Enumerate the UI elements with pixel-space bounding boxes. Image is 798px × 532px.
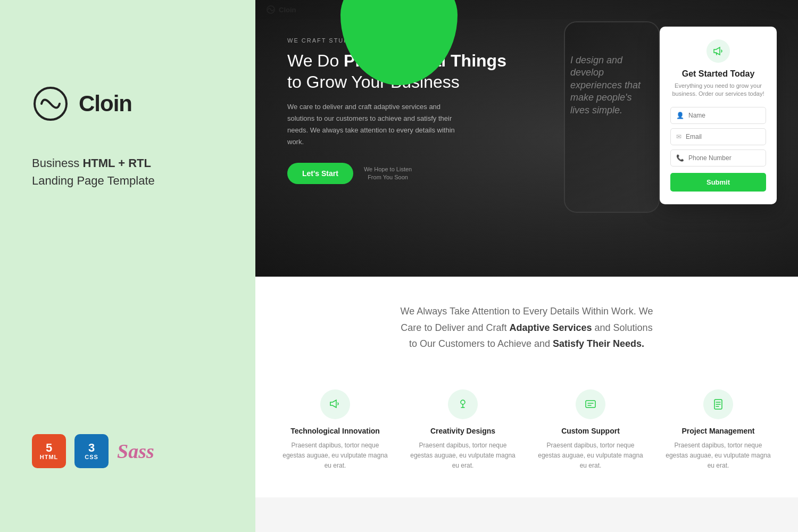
innovation-icon (329, 398, 342, 411)
tech-badges: 5 HTML 3 CSS Sass (32, 434, 223, 468)
tagline-line2: Landing Page Template (32, 174, 155, 187)
form-card-subtitle: Everything you need to grow your busines… (670, 82, 766, 98)
tagline: Business HTML + RTL Landing Page Templat… (32, 154, 223, 189)
service-title-0: Technological Innovation (282, 427, 388, 435)
tagline-normal: Business (32, 156, 82, 170)
center-tagline-bold1: Adaptive Services (509, 322, 592, 333)
hero-title-normal: We Do (287, 51, 344, 70)
service-item-project: Project Management Praesent dapibus, tor… (660, 384, 777, 477)
service-title-1: Creativity Designs (410, 427, 516, 435)
lets-start-button[interactable]: Let's Start (287, 163, 353, 184)
service-body-1: Praesent dapibus, tortor neque egestas a… (410, 440, 516, 471)
get-started-form-card: Get Started Today Everything you need to… (660, 27, 777, 204)
megaphone-icon (712, 45, 724, 57)
phone-input[interactable] (688, 154, 760, 162)
html-number: 5 (46, 442, 52, 454)
services-grid: Technological Innovation Praesent dapibu… (266, 384, 787, 477)
cta-sub-line2: From You Soon (368, 174, 408, 180)
support-icon (584, 398, 597, 411)
hero-cta-row: Let's Start We Hope to Listen From You S… (287, 163, 506, 184)
white-section: We Always Take Attention to Every Detail… (255, 277, 798, 373)
browser-panel: Cloin I design and develop experiences t… (255, 0, 798, 532)
css-number: 3 (88, 442, 95, 454)
phone-field-wrapper[interactable]: 📞 (670, 149, 766, 167)
tagline-bold: HTML + RTL (82, 156, 151, 170)
cta-subtext: We Hope to Listen From You Soon (364, 165, 412, 182)
creativity-icon-circle (448, 389, 478, 419)
service-body-0: Praesent dapibus, tortor neque egestas a… (282, 440, 388, 471)
project-icon-circle (703, 389, 733, 419)
phone-mockup: I design and develop experiences that ma… (564, 21, 660, 213)
phone-screen-text: I design and develop experiences that ma… (570, 54, 653, 117)
cloin-logo-icon (32, 85, 69, 122)
service-title-3: Project Management (665, 427, 771, 435)
service-item-innovation: Technological Innovation Praesent dapibu… (277, 384, 394, 477)
left-panel: Cloin Business HTML + RTL Landing Page T… (0, 0, 255, 532)
css-label: CSS (85, 454, 98, 460)
service-item-support: Custom Support Praesent dapibus, tortor … (532, 384, 649, 477)
phone-screen: I design and develop experiences that ma… (565, 22, 659, 212)
hero-section: Cloin I design and develop experiences t… (255, 0, 798, 277)
email-field-wrapper[interactable]: ✉ (670, 128, 766, 145)
submit-button[interactable]: Submit (670, 173, 766, 192)
name-field-wrapper[interactable]: 👤 (670, 107, 766, 124)
creativity-icon (456, 398, 469, 411)
html5-badge: 5 HTML (32, 434, 66, 468)
html-label: HTML (40, 454, 59, 460)
css3-badge: 3 CSS (74, 434, 109, 468)
support-icon-circle (576, 389, 605, 419)
service-title-2: Custom Support (537, 427, 644, 435)
project-icon (712, 398, 725, 411)
form-card-title: Get Started Today (670, 69, 766, 79)
form-card-icon (706, 39, 730, 63)
center-tagline: We Always Take Attention to Every Detail… (399, 303, 654, 352)
sass-label: Sass (117, 439, 154, 463)
logo-text: Cloin (79, 91, 132, 117)
email-icon: ✉ (676, 133, 681, 140)
service-item-creativity: Creativity Designs Praesent dapibus, tor… (404, 384, 521, 477)
services-section: Technological Innovation Praesent dapibu… (255, 373, 798, 498)
name-input[interactable] (688, 112, 760, 119)
innovation-icon-circle (320, 389, 350, 419)
service-body-3: Praesent dapibus, tortor neque egestas a… (665, 440, 771, 471)
svg-point-2 (461, 400, 465, 404)
phone-icon: 📞 (676, 154, 684, 162)
service-body-2: Praesent dapibus, tortor neque egestas a… (537, 440, 644, 471)
email-input[interactable] (686, 133, 760, 140)
center-tagline-bold2: Satisfy Their Needs. (553, 338, 644, 349)
svg-rect-3 (586, 401, 595, 408)
logo-section: Cloin (32, 85, 223, 122)
cta-sub-line1: We Hope to Listen (364, 166, 412, 172)
hero-body: We care to deliver and craft adaptive se… (287, 101, 458, 148)
user-icon: 👤 (676, 112, 684, 119)
